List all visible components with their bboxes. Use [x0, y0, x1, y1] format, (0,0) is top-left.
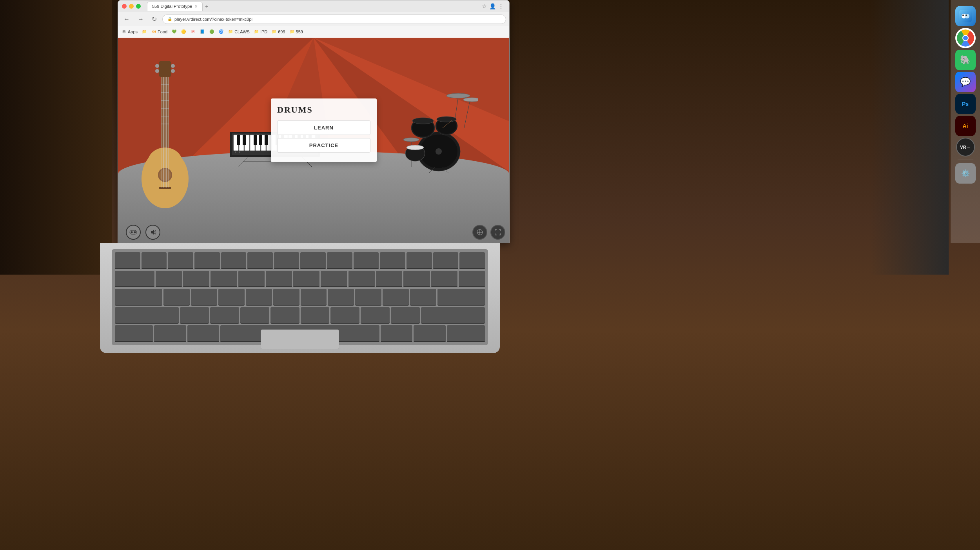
drums-illustration[interactable]: [392, 89, 478, 175]
key[interactable]: [247, 252, 273, 269]
key[interactable]: [115, 325, 153, 342]
key[interactable]: [163, 289, 190, 306]
key[interactable]: [437, 289, 485, 306]
key[interactable]: [403, 271, 430, 288]
svg-point-64: [463, 98, 478, 102]
profile-icon[interactable]: 👤: [489, 3, 496, 9]
key[interactable]: [293, 271, 319, 288]
key[interactable]: [218, 289, 245, 306]
new-tab-button[interactable]: +: [205, 3, 208, 9]
key[interactable]: [321, 271, 347, 288]
key[interactable]: [274, 252, 299, 269]
dock-photoshop[interactable]: Ps: [955, 94, 976, 114]
key[interactable]: [330, 307, 359, 324]
key[interactable]: [355, 289, 381, 306]
key[interactable]: [447, 325, 485, 342]
sound-button[interactable]: [145, 225, 160, 240]
bookmark-yellow[interactable]: 🟡: [181, 29, 186, 35]
key[interactable]: [327, 252, 352, 269]
key[interactable]: [240, 307, 269, 324]
key[interactable]: [381, 325, 412, 342]
key[interactable]: [301, 307, 330, 324]
bookmark-green[interactable]: 💚: [171, 29, 177, 35]
key[interactable]: [301, 289, 327, 306]
key[interactable]: [194, 252, 220, 269]
bookmark-drive[interactable]: 🟢: [209, 29, 214, 35]
key[interactable]: [238, 271, 265, 288]
active-tab[interactable]: 559 Digital Prototype ✕: [147, 2, 203, 11]
key[interactable]: [328, 289, 354, 306]
key[interactable]: [156, 271, 182, 288]
key[interactable]: [154, 325, 186, 342]
back-button[interactable]: ←: [121, 15, 132, 24]
key[interactable]: [115, 307, 179, 324]
bookmark-apps[interactable]: ⊞ Apps: [121, 29, 138, 35]
dock-vr-button[interactable]: VR→: [956, 138, 975, 157]
key[interactable]: [414, 325, 445, 342]
guitar-illustration[interactable]: [140, 61, 191, 210]
bookmark-folder[interactable]: 📁: [142, 29, 147, 35]
learn-button[interactable]: LEARN: [277, 120, 370, 135]
reload-button[interactable]: ↻: [149, 15, 159, 24]
key[interactable]: [270, 307, 299, 324]
key[interactable]: [187, 325, 219, 342]
key[interactable]: [407, 252, 432, 269]
bookmark-claws[interactable]: 📁 CLAWS: [228, 29, 250, 35]
key[interactable]: [431, 271, 457, 288]
key[interactable]: [210, 307, 239, 324]
forward-button[interactable]: →: [135, 15, 146, 24]
bookmark-699[interactable]: 📁 699: [271, 29, 285, 35]
tab-close-button[interactable]: ✕: [194, 4, 198, 9]
bookmark-food[interactable]: 🍽 Food: [151, 29, 167, 35]
key[interactable]: [183, 271, 209, 288]
address-bar[interactable]: 🔒 player.vrdirect.com/?cinex-token=mkc0p…: [162, 15, 506, 24]
key[interactable]: [115, 289, 162, 306]
practice-button[interactable]: PRACTICE: [277, 138, 370, 153]
key[interactable]: [211, 271, 237, 288]
key[interactable]: [115, 271, 154, 288]
key[interactable]: [180, 307, 209, 324]
svg-rect-52: [265, 135, 268, 145]
key[interactable]: [300, 252, 326, 269]
key[interactable]: [421, 307, 485, 324]
dock-illustrator[interactable]: Ai: [955, 116, 976, 136]
key[interactable]: [433, 252, 459, 269]
key[interactable]: [142, 252, 167, 269]
key[interactable]: [459, 252, 485, 269]
menu-icon[interactable]: ⋮: [498, 3, 504, 9]
close-traffic-light[interactable]: [122, 4, 127, 9]
key[interactable]: [273, 289, 299, 306]
dock-finder[interactable]: [955, 6, 976, 26]
key[interactable]: [361, 307, 390, 324]
joystick-button[interactable]: [472, 225, 487, 240]
key[interactable]: [380, 252, 405, 269]
key[interactable]: [168, 252, 193, 269]
key[interactable]: [348, 271, 375, 288]
dock-messenger[interactable]: 💬: [955, 72, 976, 92]
bookmark-blue[interactable]: 📘: [200, 29, 205, 35]
key[interactable]: [191, 289, 217, 306]
star-icon[interactable]: ☆: [482, 3, 487, 9]
minimize-traffic-light[interactable]: [129, 4, 134, 9]
dock-chrome[interactable]: [955, 28, 976, 48]
fullscreen-button[interactable]: [490, 225, 505, 240]
key[interactable]: [246, 289, 272, 306]
key[interactable]: [376, 271, 402, 288]
bookmark-559[interactable]: 📁 559: [289, 29, 303, 35]
key[interactable]: [459, 271, 485, 288]
key[interactable]: [383, 289, 409, 306]
key[interactable]: [410, 289, 436, 306]
maximize-traffic-light[interactable]: [136, 4, 141, 9]
vr-headset-button[interactable]: [126, 225, 141, 240]
key[interactable]: [354, 252, 379, 269]
key[interactable]: [221, 252, 247, 269]
bookmark-gmail[interactable]: M: [190, 29, 196, 35]
bookmark-ipd[interactable]: 📁 IPD: [254, 29, 267, 35]
dock-system-prefs[interactable]: ⚙️: [955, 163, 976, 184]
touchpad[interactable]: [261, 330, 339, 349]
key[interactable]: [266, 271, 292, 288]
bookmark-swirl[interactable]: 🌀: [218, 29, 224, 35]
dock-evernote[interactable]: 🐘: [955, 50, 976, 70]
key[interactable]: [391, 307, 420, 324]
key[interactable]: [115, 252, 140, 269]
